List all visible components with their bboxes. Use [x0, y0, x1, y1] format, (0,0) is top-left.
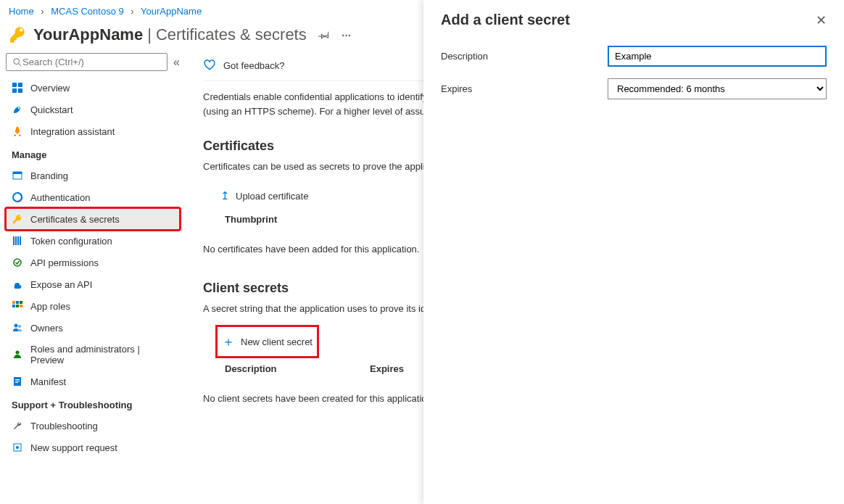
- svg-rect-18: [12, 305, 15, 307]
- svg-rect-27: [15, 382, 18, 383]
- add-client-secret-panel: Add a client secret ✕ Description Expire…: [423, 0, 844, 504]
- breadcrumb-item-home[interactable]: Home: [9, 6, 34, 17]
- svg-rect-25: [15, 379, 20, 380]
- svg-rect-20: [20, 305, 22, 307]
- sidebar-item-label: Integration assistant: [30, 126, 115, 137]
- svg-rect-10: [13, 236, 15, 245]
- expires-select[interactable]: Recommended: 6 months: [608, 78, 827, 99]
- heart-icon: [203, 59, 216, 72]
- svg-point-14: [14, 259, 21, 266]
- search-field[interactable]: [22, 57, 161, 67]
- sidebar-item-label: Quickstart: [30, 104, 73, 115]
- branding-icon: [12, 170, 23, 181]
- new-secret-label: New client secret: [241, 336, 313, 347]
- support-icon: [12, 442, 23, 453]
- search-input[interactable]: [6, 53, 167, 71]
- more-icon[interactable]: ⋯: [342, 30, 352, 41]
- collapse-icon[interactable]: «: [173, 56, 180, 69]
- svg-rect-5: [18, 88, 22, 93]
- sidebar-item-roles-admins[interactable]: Roles and administrators | Preview: [6, 339, 180, 371]
- rocket-icon: [12, 125, 23, 137]
- sidebar-item-new-support[interactable]: New support request: [6, 437, 180, 458]
- sidebar-item-integration[interactable]: Integration assistant: [6, 120, 180, 142]
- feedback-label: Got feedback?: [223, 60, 285, 71]
- chevron-right-icon: ›: [131, 6, 133, 17]
- svg-point-29: [16, 446, 19, 449]
- sidebar-item-quickstart[interactable]: Quickstart: [6, 99, 180, 120]
- svg-rect-4: [12, 88, 17, 93]
- sidebar-item-label: Owners: [30, 323, 63, 334]
- api-perm-icon: [12, 257, 23, 268]
- upload-certificate-button[interactable]: ↥ Upload certificate: [218, 185, 311, 207]
- svg-rect-19: [16, 305, 19, 307]
- token-icon: [12, 235, 23, 247]
- title-divider: |: [147, 25, 152, 44]
- sidebar-item-expose-api[interactable]: Expose an API: [6, 273, 180, 295]
- new-client-secret-button[interactable]: ＋ New client secret: [218, 327, 317, 356]
- sidebar-item-label: Token configuration: [30, 236, 112, 247]
- sidebar-item-authentication[interactable]: Authentication: [6, 186, 180, 208]
- plus-icon: ＋: [222, 333, 235, 350]
- upload-label: Upload certificate: [236, 191, 308, 202]
- close-icon[interactable]: ✕: [816, 12, 827, 28]
- svg-point-21: [15, 324, 18, 328]
- sidebar-item-manifest[interactable]: Manifest: [6, 371, 180, 392]
- roles-admins-icon: [12, 349, 23, 360]
- svg-point-0: [14, 58, 20, 64]
- quickstart-icon: [12, 104, 23, 115]
- sidebar-item-owners[interactable]: Owners: [6, 317, 180, 339]
- breadcrumb-item-app[interactable]: YourAppName: [141, 6, 202, 17]
- svg-rect-11: [15, 236, 17, 245]
- flyout-title: Add a client secret: [441, 12, 570, 28]
- sidebar-item-label: Expose an API: [30, 279, 92, 290]
- svg-line-1: [19, 63, 22, 66]
- sidebar-item-label: New support request: [30, 442, 117, 453]
- key-icon: [12, 213, 23, 225]
- app-roles-icon: [12, 300, 23, 312]
- sidebar-item-label: Authentication: [30, 192, 90, 203]
- svg-rect-8: [13, 172, 22, 174]
- svg-point-6: [18, 107, 20, 109]
- sidebar-item-label: Overview: [30, 83, 70, 94]
- sidebar-item-app-roles[interactable]: App roles: [6, 295, 180, 317]
- svg-rect-15: [12, 301, 15, 304]
- sidebar-item-label: App roles: [30, 301, 70, 312]
- sidebar-item-api-permissions[interactable]: API permissions: [6, 252, 180, 273]
- sidebar-item-label: Roles and administrators | Preview: [30, 344, 174, 365]
- svg-rect-17: [20, 301, 22, 304]
- overview-icon: [12, 82, 23, 94]
- svg-point-23: [16, 351, 20, 355]
- sidebar-item-label: API permissions: [30, 257, 99, 268]
- sidebar-item-label: Certificates & secrets: [30, 214, 120, 225]
- description-label: Description: [441, 51, 608, 62]
- svg-rect-3: [18, 83, 22, 87]
- sidebar-item-label: Manifest: [30, 376, 66, 387]
- svg-rect-16: [16, 301, 19, 304]
- svg-rect-2: [12, 83, 17, 87]
- auth-icon: [12, 191, 23, 203]
- svg-rect-26: [15, 381, 20, 381]
- sidebar-item-overview[interactable]: Overview: [6, 77, 180, 99]
- sidebar-section-support: Support + Troubleshooting: [6, 392, 180, 415]
- svg-rect-12: [17, 236, 19, 245]
- sidebar-item-label: Branding: [30, 170, 68, 181]
- sidebar-item-token-config[interactable]: Token configuration: [6, 230, 180, 252]
- sidebar-item-label: Troubleshooting: [30, 421, 98, 431]
- owners-icon: [12, 322, 23, 334]
- sidebar-item-branding[interactable]: Branding: [6, 165, 180, 186]
- sidebar-item-troubleshooting[interactable]: Troubleshooting: [6, 415, 180, 437]
- manifest-icon: [12, 376, 23, 387]
- expires-label: Expires: [441, 83, 608, 94]
- svg-point-22: [18, 325, 21, 328]
- sidebar: « Overview Quickstart Integration assist…: [0, 53, 186, 504]
- sidebar-item-certificates-secrets[interactable]: Certificates & secrets: [6, 208, 180, 230]
- description-input[interactable]: [608, 46, 827, 67]
- wrench-icon: [12, 420, 23, 431]
- key-icon: [9, 25, 28, 44]
- breadcrumb-item-tenant[interactable]: MCAS Contoso 9: [51, 6, 123, 17]
- upload-icon: ↥: [220, 189, 230, 202]
- svg-rect-13: [20, 236, 21, 245]
- pin-icon[interactable]: [318, 29, 330, 41]
- chevron-right-icon: ›: [41, 6, 44, 17]
- page-subtitle: Certificates & secrets: [156, 25, 307, 44]
